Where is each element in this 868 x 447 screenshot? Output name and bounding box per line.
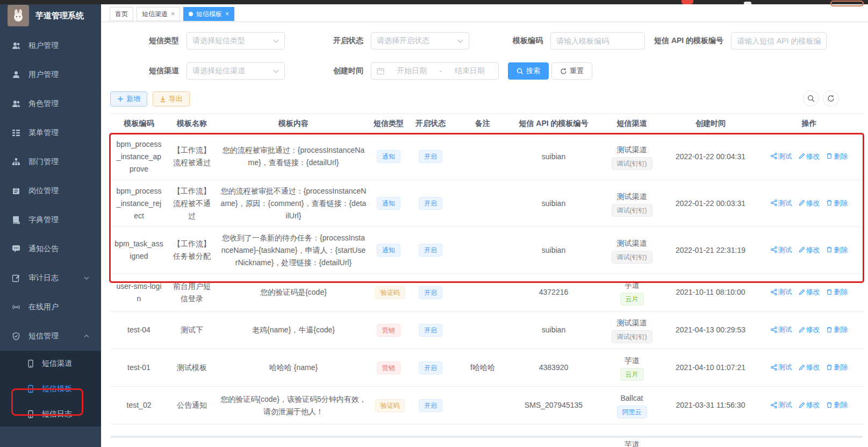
test-link[interactable]: 测试 — [771, 323, 792, 336]
cell-created: 2021-03-31 11:56:30 — [667, 387, 754, 424]
cell-created: 2021-10-11 08:10:00 — [667, 274, 754, 311]
horizontal-scrollbar[interactable] — [110, 436, 863, 438]
tab-home[interactable]: 首页 — [110, 7, 133, 21]
sidebar-item-label: 角色管理 — [28, 99, 59, 109]
phone-icon — [26, 385, 35, 393]
reset-button[interactable]: 重置 — [551, 62, 592, 80]
sidebar-item-online-user[interactable]: 在线用户 — [0, 293, 101, 322]
tabs-bar: 首页 短信渠道 × 短信模板 × — [101, 4, 868, 22]
close-icon[interactable]: × — [225, 11, 229, 17]
edit-link[interactable]: 修改 — [799, 286, 820, 298]
search-button[interactable]: 搜索 — [508, 62, 549, 80]
sms-channel-placeholder: 请选择短信渠道 — [192, 66, 245, 76]
sidebar-item-post[interactable]: 岗位管理 — [0, 176, 101, 205]
status-select[interactable]: 请选择开启状态 — [371, 32, 469, 49]
table-row: test_02 公告通知 您的验证码{code}，该验证码5分钟内有效，请勿泄漏… — [110, 387, 864, 424]
toggle-search-button[interactable] — [803, 90, 819, 107]
edit-link[interactable]: 修改 — [799, 399, 820, 411]
delete-link[interactable]: 删除 — [826, 361, 848, 373]
channel-name: 芋道 — [601, 279, 663, 291]
test-link[interactable]: 测试 — [771, 150, 792, 162]
sidebar-item-menu[interactable]: 菜单管理 — [0, 118, 101, 147]
table-toolbar: 新增 导出 — [101, 91, 868, 107]
edit-link[interactable]: 修改 — [799, 323, 820, 336]
sidebar-item-label: 菜单管理 — [28, 128, 59, 138]
sidebar-item-sms-channel[interactable]: 短信渠道 — [0, 351, 101, 376]
edit-link[interactable]: 修改 — [799, 361, 820, 373]
template-code-input[interactable] — [556, 37, 639, 45]
cell-name: 前台用户短信登录 — [168, 274, 216, 311]
online-user-signal-icon — [12, 303, 20, 311]
export-button[interactable]: 导出 — [153, 91, 190, 107]
cell-status: 开启 — [406, 311, 455, 349]
header-channel: 短信渠道 — [597, 114, 667, 133]
table-row: test-04 测试下 老鸡{name}，牛逼{code} 营销 开启 suib… — [110, 311, 864, 349]
sms-channel-label: 短信渠道 — [149, 66, 179, 76]
cell-created: 2022-01-22 00:04:31 — [667, 133, 754, 180]
test-link[interactable]: 测试 — [771, 244, 792, 256]
sidebar-item-sms-template[interactable]: 短信模板 — [0, 376, 101, 401]
channel-tag: 云片 — [620, 293, 644, 306]
cell-api-id: suibian — [511, 311, 597, 349]
api-template-id-input[interactable] — [737, 37, 821, 45]
date-range-picker[interactable]: 开始日期 - 结束日期 — [371, 62, 499, 80]
delete-link[interactable]: 删除 — [826, 197, 848, 209]
browser-toolbar-strip — [0, 0, 868, 4]
edit-link[interactable]: 修改 — [799, 244, 820, 256]
sidebar-item-tenant[interactable]: 租户管理 — [0, 31, 101, 60]
delete-link[interactable]: 删除 — [826, 244, 848, 256]
tab-sms-template[interactable]: 短信模板 × — [183, 7, 234, 21]
test-link[interactable]: 测试 — [771, 399, 792, 411]
channel-name: 测试渠道 — [601, 317, 663, 329]
sms-template-table: 模板编码 模板名称 模板内容 短信类型 开启状态 备注 短信 API 的模板编号… — [110, 113, 859, 447]
sidebar-item-label: 岗位管理 — [28, 186, 59, 196]
cell-channel: 芋道云片 — [597, 274, 667, 311]
sms-type-select[interactable]: 请选择短信类型 — [186, 32, 285, 49]
sidebar-item-notice[interactable]: 通知公告 — [0, 235, 101, 264]
sidebar-item-user[interactable]: 用户管理 — [0, 60, 101, 89]
test-link[interactable]: 测试 — [771, 361, 792, 373]
chevron-down-icon — [84, 276, 89, 280]
browser-avatar-pill — [830, 1, 864, 6]
cell-code: test-01 — [110, 349, 168, 387]
delete-link[interactable]: 删除 — [826, 399, 848, 411]
cell-name: 公告通知 — [168, 387, 216, 424]
header-operations: 操作 — [754, 114, 864, 133]
sidebar-item-label: 用户管理 — [28, 70, 59, 80]
tab-sms-channel[interactable]: 短信渠道 × — [137, 7, 180, 21]
test-link[interactable]: 测试 — [771, 286, 792, 298]
sidebar-item-sms-management[interactable]: 短信管理 — [0, 322, 101, 351]
header-type: 短信类型 — [371, 114, 406, 133]
delete-link[interactable]: 删除 — [826, 286, 848, 298]
cell-status: 开启 — [406, 133, 455, 180]
sidebar-item-dict[interactable]: 字典管理 — [0, 205, 101, 235]
chevron-up-icon — [84, 335, 89, 338]
cell-operations: 测试 修改 删除 — [754, 227, 864, 274]
refresh-table-button[interactable] — [823, 90, 839, 107]
type-tag: 通知 — [377, 197, 400, 210]
sms-type-placeholder: 请选择短信类型 — [192, 36, 245, 46]
cell-name: 【工作流】流程被不通过 — [168, 180, 216, 227]
add-button[interactable]: 新增 — [110, 91, 147, 107]
sidebar-item-label: 在线用户 — [28, 302, 59, 312]
edit-link[interactable]: 修改 — [799, 150, 820, 162]
cell-api-id: suibian — [511, 180, 597, 227]
sidebar-item-label: 字典管理 — [28, 215, 59, 225]
close-icon[interactable]: × — [171, 11, 175, 17]
sidebar-item-audit-log[interactable]: 审计日志 — [0, 264, 101, 293]
cell-status: 开启 — [406, 349, 455, 387]
cell-remark — [455, 311, 511, 349]
sidebar-item-sms-log[interactable]: 短信日志 — [0, 401, 101, 427]
sidebar-item-dept[interactable]: 部门管理 — [0, 147, 101, 176]
edit-link[interactable]: 修改 — [799, 197, 820, 209]
user-icon — [12, 70, 20, 79]
delete-link[interactable]: 删除 — [826, 323, 848, 336]
cell-operations: 测试 修改 删除 — [754, 180, 864, 227]
cell-content: 您的验证码是{code} — [216, 274, 371, 311]
cell-type: 验证码 — [371, 274, 406, 311]
sms-channel-select[interactable]: 请选择短信渠道 — [186, 62, 285, 80]
sidebar-item-role[interactable]: 角色管理 — [0, 89, 101, 118]
delete-link[interactable]: 删除 — [826, 150, 848, 162]
cell-api-id: suibian — [511, 227, 597, 274]
test-link[interactable]: 测试 — [771, 197, 792, 209]
